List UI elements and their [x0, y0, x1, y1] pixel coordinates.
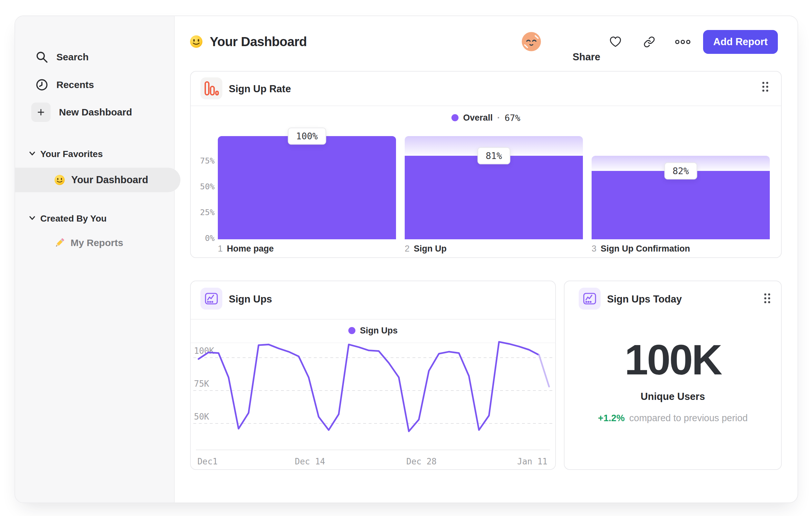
- share-button[interactable]: Share: [569, 50, 604, 64]
- kpi-subtitle: Unique Users: [564, 391, 781, 403]
- clock-icon: [34, 77, 49, 92]
- pencil-emoji: [54, 237, 65, 249]
- desktop: Search Recents New Dashboard: [0, 0, 812, 516]
- kpi-delta-note: compared to previous period: [629, 413, 748, 424]
- sidebar-item-label: Your Dashboard: [71, 174, 148, 186]
- add-report-button[interactable]: Add Report: [703, 30, 778, 54]
- bar-value-tooltip: 82%: [664, 162, 697, 179]
- card-sign-ups-today: Sign Ups Today 100K Unique Users +1.2% c…: [564, 280, 782, 470]
- sidebar-item-recents[interactable]: Recents: [34, 75, 94, 95]
- kpi-value: 100K: [564, 338, 781, 381]
- sidebar-item-label: Recents: [56, 79, 94, 90]
- app-window: Search Recents New Dashboard: [14, 16, 798, 503]
- sidebar-item-label: New Dashboard: [59, 107, 132, 118]
- line-series-faded-tail: [539, 355, 549, 387]
- section-title: Your Favorites: [40, 149, 103, 159]
- bar-category-label: 1Home page: [218, 244, 274, 254]
- line-chart-svg: [193, 340, 554, 454]
- chevron-down-icon: [29, 215, 36, 222]
- y-axis-tick: 0%: [192, 234, 214, 243]
- line-chart: 100K75K50KDec1Dec 14Dec 28Jan 11: [191, 281, 555, 469]
- page-header-title: Your Dashboard: [189, 33, 307, 50]
- smiley-emoji: [54, 174, 65, 186]
- section-title: Created By You: [40, 214, 107, 224]
- plus-icon: [31, 103, 51, 122]
- avatar[interactable]: [521, 32, 541, 52]
- sidebar-item-label: Search: [56, 52, 89, 62]
- x-axis-tick: Dec 28: [406, 457, 437, 466]
- funnel-chart: 75%50%25%0%100%1Home page81%2Sign Up82%3…: [191, 72, 781, 257]
- page-title: Your Dashboard: [210, 34, 307, 49]
- bar-step-number: 3: [591, 244, 597, 254]
- bar-category-label: 3Sign Up Confirmation: [591, 244, 690, 254]
- x-axis-line: [196, 450, 550, 450]
- x-axis-tick: Dec1: [198, 457, 218, 466]
- bar-value-tooltip: 81%: [477, 147, 511, 164]
- y-axis-tick: 50%: [192, 182, 214, 192]
- line-chart-icon: [579, 288, 601, 309]
- sidebar-section-created-by-you[interactable]: Created By You: [29, 212, 107, 225]
- drag-handle-icon[interactable]: [764, 293, 771, 305]
- sidebar-item-my-reports[interactable]: My Reports: [54, 233, 123, 253]
- bar-step-number: 2: [405, 244, 410, 254]
- heart-icon[interactable]: [609, 35, 622, 48]
- chevron-down-icon: [29, 151, 36, 157]
- card-title: Sign Ups Today: [607, 294, 682, 305]
- funnel-bar[interactable]: [218, 136, 396, 239]
- sidebar: Search Recents New Dashboard: [15, 16, 175, 503]
- sidebar-item-your-dashboard[interactable]: Your Dashboard: [15, 168, 180, 192]
- bar-step-number: 1: [218, 244, 223, 254]
- bar-step-name: Sign Up Confirmation: [601, 244, 690, 254]
- bar-step-name: Sign Up: [414, 244, 446, 254]
- link-icon[interactable]: [643, 36, 656, 48]
- search-icon: [34, 50, 49, 64]
- y-axis-tick: 25%: [192, 208, 214, 217]
- x-axis-tick: Jan 11: [517, 457, 547, 466]
- funnel-bar[interactable]: [405, 156, 583, 239]
- y-axis-tick: 75%: [192, 156, 214, 166]
- sidebar-item-label: My Reports: [70, 237, 123, 248]
- bar-category-label: 2Sign Up: [405, 244, 446, 254]
- x-axis-tick: Dec 14: [295, 457, 325, 466]
- ellipsis-icon[interactable]: [675, 37, 691, 47]
- sidebar-section-your-favorites[interactable]: Your Favorites: [29, 148, 103, 161]
- sidebar-item-new-dashboard[interactable]: New Dashboard: [31, 102, 132, 123]
- card-sign-up-rate: Sign Up Rate Overall · 67% 75%50%25%0%10…: [190, 71, 782, 258]
- bar-value-tooltip: 100%: [288, 128, 326, 145]
- kpi-delta-row: +1.2% compared to previous period: [564, 413, 781, 424]
- line-series: [199, 342, 539, 432]
- smiley-emoji: [189, 34, 203, 49]
- funnel-bar[interactable]: [591, 171, 770, 239]
- sidebar-item-search[interactable]: Search: [34, 47, 89, 67]
- kpi-delta: +1.2%: [598, 413, 625, 424]
- bar-step-name: Home page: [227, 244, 274, 254]
- card-sign-ups: Sign Ups Sign Ups 100K75K50KDec1Dec 14De…: [190, 280, 556, 470]
